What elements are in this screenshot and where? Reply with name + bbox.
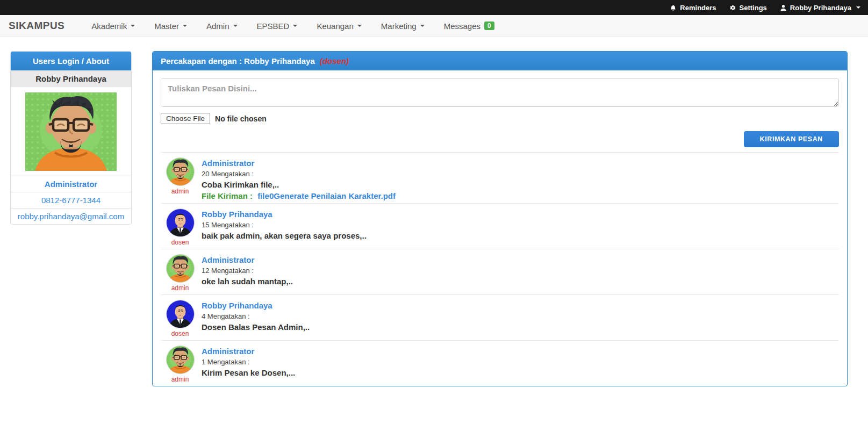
admin-cartoon-avatar [25,92,117,171]
main-navbar: SIKAMPUS Akademik Master Admin EPSBED Ke… [0,15,868,37]
message-text: Kirim Pesan ke Dosen,... [202,368,295,377]
message-meta: 1 Mengatakan : [202,358,295,366]
conversation-header: Percakapan dengan : Robby Prihandaya (do… [153,52,847,70]
nav-item-master[interactable]: Master [154,21,187,31]
admin-cartoon-avatar [166,157,195,186]
caret-down-icon [357,25,362,27]
nav-item-epsbed[interactable]: EPSBED [257,21,298,31]
message-avatar-col: admin [161,346,199,383]
sender-role-label: admin [171,376,189,383]
user-about-panel: Users Login / About Robby Prihandaya Adm… [10,51,132,225]
page-content: Users Login / About Robby Prihandaya Adm… [0,37,868,386]
user-about-panel-header[interactable]: Users Login / About [11,52,131,70]
sender-role-label: dosen [171,330,189,337]
message-item: dosen Robby Prihandaya 4 Mengatakan : Do… [161,294,839,340]
admin-cartoon-avatar [166,254,195,283]
settings-menu[interactable]: Settings [729,4,767,12]
message-content: Robby Prihandaya 4 Mengatakan : Dosen Ba… [199,300,310,337]
message-text: oke lah sudah mantap,.. [202,277,293,286]
reminders-label: Reminders [680,4,716,12]
file-upload-row: Choose File No file chosen [161,113,839,124]
user-name-label: Robby Prihandaya [790,4,851,12]
attachment-label: File Kiriman : [202,191,253,200]
nav-label: Akademik [91,21,127,31]
attachment-file-link[interactable]: file0Generate Penilaian Karakter.pdf [257,191,396,200]
nav-label: Marketing [381,21,417,31]
message-avatar-col: dosen [161,209,199,246]
message-meta: 12 Mengatakan : [202,267,293,275]
message-attachment: File Kiriman : file0Generate Penilaian K… [202,191,396,200]
sender-name-link[interactable]: Administrator [202,347,295,356]
nav-label: Keuangan [317,21,353,31]
caret-down-icon [293,25,297,27]
message-content: Administrator 20 Mengatakan : Coba Kirim… [199,157,396,200]
message-content: Administrator 12 Mengatakan : oke lah su… [199,254,293,292]
nav-item-admin[interactable]: Admin [206,21,238,31]
brand-logo[interactable]: SIKAMPUS [9,20,64,32]
sender-name-link[interactable]: Robby Prihandaya [202,301,310,310]
conversation-title: Percakapan dengan : Robby Prihandaya [161,56,315,66]
sender-role-label: admin [171,284,189,292]
message-item: admin Administrator 1 Mengatakan : Kirim… [161,340,839,386]
send-row: KIRIMKAN PESAN [161,131,839,147]
nav-item-keuangan[interactable]: Keuangan [317,21,361,31]
conversation-role: (dosen) [320,56,349,66]
message-avatar-col: admin [161,254,199,292]
messages-count-badge: 0 [484,21,494,30]
nav-label: Master [154,21,179,31]
admin-cartoon-avatar [166,346,195,374]
choose-file-button[interactable]: Choose File [161,113,210,124]
nav-label: Messages [444,21,480,31]
nav-label: Admin [206,21,229,31]
message-text: Dosen Balas Pesan Admin,.. [202,322,310,332]
sender-name-link[interactable]: Robby Prihandaya [202,210,367,219]
message-meta: 4 Mengatakan : [202,312,310,320]
message-avatar-col: admin [161,157,199,200]
caret-down-icon [131,25,135,27]
sender-name-link[interactable]: Administrator [202,255,293,264]
bell-icon [670,4,677,11]
message-meta: 20 Mengatakan : [202,170,396,178]
nav-item-messages[interactable]: Messages 0 [444,21,494,31]
caret-down-icon [420,25,425,27]
caret-down-icon [183,25,187,27]
gear-icon [729,4,736,11]
settings-label: Settings [740,4,767,12]
message-avatar-col: dosen [161,300,199,337]
nav-item-marketing[interactable]: Marketing [381,21,425,31]
file-status-text: No file chosen [215,114,267,123]
send-message-button[interactable]: KIRIMKAN PESAN [744,131,839,147]
top-utility-bar: Reminders Settings Robby Prihandaya [0,0,868,15]
conversation-body: Choose File No file chosen KIRIMKAN PESA… [153,70,847,386]
message-content: Robby Prihandaya 15 Mengatakan : baik pa… [199,209,367,246]
message-content: Administrator 1 Mengatakan : Kirim Pesan… [199,346,295,383]
message-text: baik pak admin, akan segera saya proses,… [202,231,367,240]
message-input[interactable] [161,78,839,107]
sender-name-link[interactable]: Administrator [202,159,396,168]
sidebar-avatar [11,87,131,176]
dosen-photo-avatar [166,209,195,237]
message-meta: 15 Mengatakan : [202,221,367,229]
user-account-menu[interactable]: Robby Prihandaya [780,4,860,12]
sender-role-label: admin [171,188,189,195]
sidebar-email-link[interactable]: robby.prihandaya@gmail.com [11,208,131,224]
message-item: admin Administrator 20 Mengatakan : Coba… [161,152,839,203]
reminders-menu[interactable]: Reminders [670,4,716,12]
message-item: dosen Robby Prihandaya 15 Mengatakan : b… [161,203,839,249]
nav-item-akademik[interactable]: Akademik [91,21,135,31]
user-icon [780,4,787,11]
sender-role-label: dosen [171,239,189,246]
message-text: Coba Kirimkan file,.. [202,180,396,189]
caret-down-icon [856,6,860,9]
dosen-photo-avatar [166,300,195,328]
message-item: admin Administrator 12 Mengatakan : oke … [161,249,839,294]
sidebar-user-name: Robby Prihandaya [11,70,131,87]
sidebar-phone-link[interactable]: 0812-6777-1344 [11,192,131,208]
nav-label: EPSBED [257,21,290,31]
conversation-panel: Percakapan dengan : Robby Prihandaya (do… [152,51,848,386]
sidebar-role-link[interactable]: Administrator [11,176,131,192]
caret-down-icon [233,25,238,27]
